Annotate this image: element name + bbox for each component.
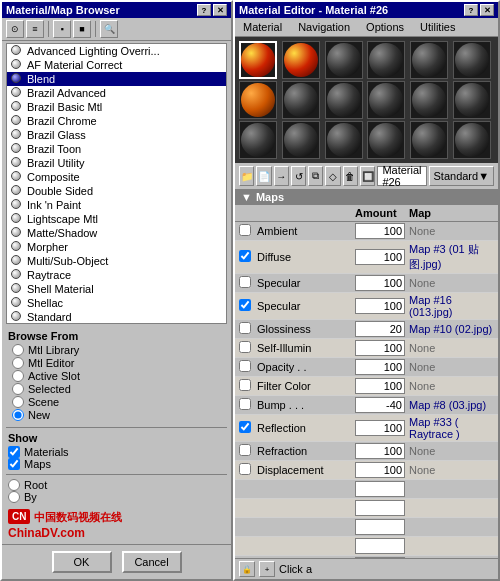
root-radio[interactable] bbox=[8, 479, 20, 491]
map-row-name[interactable]: Map #33 ( Raytrace ) bbox=[405, 416, 494, 440]
material-list[interactable]: Advanced Lighting Overri...AF Material C… bbox=[6, 43, 227, 324]
browse-from-radio[interactable] bbox=[12, 357, 24, 369]
get-material-button[interactable]: 📁 bbox=[239, 166, 254, 186]
map-enabled-checkbox[interactable] bbox=[239, 421, 251, 433]
preview-sphere-container[interactable] bbox=[325, 81, 363, 119]
map-row-amount[interactable] bbox=[355, 481, 405, 497]
browse-from-radio[interactable] bbox=[12, 344, 24, 356]
sphere-view-button[interactable]: ⊙ bbox=[6, 20, 24, 38]
material-item[interactable]: Advanced Lighting Overri... bbox=[7, 44, 226, 58]
preview-sphere-container[interactable] bbox=[367, 121, 405, 159]
map-enabled-checkbox[interactable] bbox=[239, 444, 251, 456]
large-icon-button[interactable]: ■ bbox=[73, 20, 91, 38]
preview-sphere-container[interactable] bbox=[453, 81, 491, 119]
map-enabled-checkbox[interactable] bbox=[239, 360, 251, 372]
material-item[interactable]: Composite bbox=[7, 170, 226, 184]
by-radio[interactable] bbox=[8, 491, 20, 503]
material-item[interactable]: Shell Material bbox=[7, 282, 226, 296]
preview-sphere-container[interactable] bbox=[239, 41, 277, 79]
preview-sphere-container[interactable] bbox=[367, 41, 405, 79]
preview-sphere-container[interactable] bbox=[410, 121, 448, 159]
map-row-amount[interactable]: 20 bbox=[355, 321, 405, 337]
map-row-amount[interactable]: 100 bbox=[355, 275, 405, 291]
map-row-amount[interactable] bbox=[355, 538, 405, 554]
small-icon-button[interactable]: ▪ bbox=[53, 20, 71, 38]
filter-button[interactable]: 🔍 bbox=[100, 20, 118, 38]
map-enabled-checkbox[interactable] bbox=[239, 322, 251, 334]
left-close-button[interactable]: ✕ bbox=[213, 4, 227, 16]
map-row-name[interactable]: Map #10 (02.jpg) bbox=[405, 323, 494, 335]
material-item[interactable]: Morpher bbox=[7, 240, 226, 254]
map-enabled-checkbox[interactable] bbox=[239, 224, 251, 236]
preview-sphere-container[interactable] bbox=[367, 81, 405, 119]
material-item[interactable]: Brazil Advanced bbox=[7, 86, 226, 100]
make-unique-button[interactable]: ◇ bbox=[325, 166, 340, 186]
ok-button[interactable]: OK bbox=[52, 551, 112, 573]
map-enabled-checkbox[interactable] bbox=[239, 379, 251, 391]
preview-sphere-container[interactable] bbox=[410, 41, 448, 79]
map-enabled-checkbox[interactable] bbox=[239, 341, 251, 353]
map-row-amount[interactable]: 100 bbox=[355, 420, 405, 436]
map-enabled-checkbox[interactable] bbox=[239, 299, 251, 311]
browse-from-radio[interactable] bbox=[12, 370, 24, 382]
cancel-button[interactable]: Cancel bbox=[122, 551, 182, 573]
material-item[interactable]: Double Sided bbox=[7, 184, 226, 198]
map-row-name[interactable]: Map #3 (01 贴图.jpg) bbox=[405, 242, 494, 272]
map-row-amount[interactable]: 100 bbox=[355, 443, 405, 459]
material-name-box[interactable]: Material #26 bbox=[377, 166, 426, 186]
list-view-button[interactable]: ≡ bbox=[26, 20, 44, 38]
browse-from-radio[interactable] bbox=[12, 383, 24, 395]
browse-from-radio[interactable] bbox=[12, 396, 24, 408]
material-item[interactable]: Matte/Shadow bbox=[7, 226, 226, 240]
preview-sphere-container[interactable] bbox=[325, 121, 363, 159]
material-item[interactable]: Lightscape Mtl bbox=[7, 212, 226, 226]
menu-item[interactable]: Material bbox=[239, 20, 286, 34]
menu-item[interactable]: Options bbox=[362, 20, 408, 34]
material-item[interactable]: Brazil Basic Mtl bbox=[7, 100, 226, 114]
material-item[interactable]: Raytrace bbox=[7, 268, 226, 282]
show-map-button[interactable]: 🔲 bbox=[360, 166, 375, 186]
map-enabled-checkbox[interactable] bbox=[239, 276, 251, 288]
show-checkbox[interactable] bbox=[8, 446, 20, 458]
material-item[interactable]: Brazil Glass bbox=[7, 128, 226, 142]
material-item[interactable]: Ink 'n Paint bbox=[7, 198, 226, 212]
map-row-amount[interactable]: 100 bbox=[355, 298, 405, 314]
material-item[interactable]: Blend bbox=[7, 72, 226, 86]
map-row-amount[interactable]: 100 bbox=[355, 462, 405, 478]
map-enabled-checkbox[interactable] bbox=[239, 463, 251, 475]
map-row-name[interactable]: Map #8 (03.jpg) bbox=[405, 399, 494, 411]
menu-item[interactable]: Navigation bbox=[294, 20, 354, 34]
map-row-amount[interactable]: 100 bbox=[355, 378, 405, 394]
menu-item[interactable]: Utilities bbox=[416, 20, 459, 34]
material-item[interactable]: Brazil Chrome bbox=[7, 114, 226, 128]
material-item[interactable]: Brazil Toon bbox=[7, 142, 226, 156]
browse-from-radio[interactable] bbox=[12, 409, 24, 421]
map-row-amount[interactable]: 100 bbox=[355, 340, 405, 356]
map-row-amount[interactable]: 100 bbox=[355, 359, 405, 375]
material-type-box[interactable]: Standard ▼ bbox=[429, 166, 495, 186]
preview-sphere-container[interactable] bbox=[282, 121, 320, 159]
copy-button[interactable]: ⧉ bbox=[308, 166, 323, 186]
right-close-button[interactable]: ✕ bbox=[480, 4, 494, 16]
reset-button[interactable]: ↺ bbox=[291, 166, 306, 186]
preview-sphere-container[interactable] bbox=[239, 121, 277, 159]
right-help-button[interactable]: ? bbox=[464, 4, 478, 16]
show-checkbox[interactable] bbox=[8, 458, 20, 470]
preview-sphere-container[interactable] bbox=[239, 81, 277, 119]
material-item[interactable]: Shellac bbox=[7, 296, 226, 310]
material-item[interactable]: Brazil Utility bbox=[7, 156, 226, 170]
map-row-name[interactable]: Map #16 (013.jpg) bbox=[405, 294, 494, 318]
map-row-amount[interactable]: 100 bbox=[355, 249, 405, 265]
preview-sphere-container[interactable] bbox=[453, 121, 491, 159]
map-row-amount[interactable]: -40 bbox=[355, 397, 405, 413]
preview-sphere-container[interactable] bbox=[410, 81, 448, 119]
assign-button[interactable]: → bbox=[274, 166, 289, 186]
preview-sphere-container[interactable] bbox=[282, 81, 320, 119]
preview-sphere-container[interactable] bbox=[453, 41, 491, 79]
material-item[interactable]: AF Material Correct bbox=[7, 58, 226, 72]
map-row-amount[interactable] bbox=[355, 500, 405, 516]
left-help-button[interactable]: ? bbox=[197, 4, 211, 16]
status-lock-button[interactable]: 🔒 bbox=[239, 561, 255, 577]
map-enabled-checkbox[interactable] bbox=[239, 398, 251, 410]
map-enabled-checkbox[interactable] bbox=[239, 250, 251, 262]
